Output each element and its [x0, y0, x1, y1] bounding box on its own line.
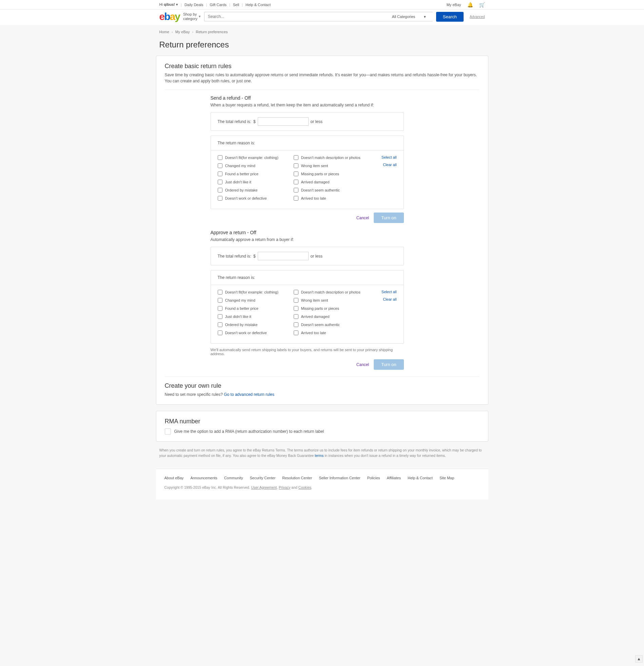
send-refund-section: Send a refund - Off When a buyer request…	[210, 95, 479, 223]
footer-link[interactable]: About eBay	[165, 476, 184, 480]
gift-cards-link[interactable]: Gift Cards	[209, 3, 226, 7]
approve-amount-input[interactable]	[258, 252, 309, 260]
approve-select-all[interactable]: Select all	[370, 290, 397, 294]
refund-reason-checkbox[interactable]	[218, 155, 222, 160]
ebay-logo[interactable]: ebay	[159, 11, 180, 22]
advanced-search-link[interactable]: Advanced	[470, 15, 485, 19]
or-less-label: or less	[311, 119, 322, 124]
refund-reason-checkbox[interactable]	[294, 155, 299, 160]
refund-cancel-button[interactable]: Cancel	[356, 215, 369, 220]
footer-link[interactable]: Help & Contact	[408, 476, 433, 480]
refund-reason-checkbox[interactable]	[294, 188, 299, 193]
refund-reason-checkbox[interactable]	[218, 188, 222, 193]
approve-turn-on-button[interactable]: Turn on	[374, 359, 404, 370]
sell-link[interactable]: Sell	[233, 3, 239, 7]
cart-icon[interactable]: 🛒	[479, 2, 485, 7]
approve-sub: Automatically approve a return from a bu…	[210, 237, 479, 242]
approve-reason-checkbox[interactable]	[294, 306, 299, 311]
refund-reason-checkbox[interactable]	[294, 163, 299, 168]
approve-reason-item: Wrong item sent	[294, 298, 363, 303]
refund-reason-checkbox[interactable]	[294, 180, 299, 185]
approve-reason-checkbox[interactable]	[218, 331, 222, 335]
refund-reason-header: The return reason is:	[210, 136, 404, 150]
footer-link[interactable]: Site Map	[440, 476, 454, 480]
approve-total-label: The total refund is:	[218, 254, 251, 259]
refund-reason-label: Just didn't like it	[225, 180, 251, 184]
refund-turn-on-button[interactable]: Turn on	[374, 212, 404, 223]
footer-link[interactable]: Resolution Center	[282, 476, 312, 480]
refund-reason-label: Changed my mind	[225, 164, 255, 168]
refund-reason-checkbox[interactable]	[294, 172, 299, 176]
approve-note: We'll automatically send return shipping…	[210, 348, 404, 356]
refund-reason-checkbox[interactable]	[218, 172, 222, 176]
page-title: Return preferences	[156, 40, 488, 50]
help-contact-link[interactable]: Help & Contact	[245, 3, 271, 7]
search-input[interactable]	[204, 12, 389, 21]
advanced-rules-link[interactable]: Go to advanced return rules	[224, 392, 274, 397]
send-refund-sub: When a buyer requests a refund, let them…	[210, 103, 479, 107]
approve-reason-label: Arrived too late	[301, 331, 326, 335]
refund-reason-item: Ordered by mistake	[218, 188, 287, 193]
user-agreement-link[interactable]: User Agreement	[251, 485, 277, 489]
bell-icon[interactable]: 🔔	[467, 2, 473, 7]
approve-reason-checkbox[interactable]	[218, 290, 222, 295]
approve-cancel-button[interactable]: Cancel	[356, 362, 369, 367]
approve-amount-box: The total refund is: $ or less	[210, 247, 404, 265]
footer-link[interactable]: Security Center	[250, 476, 276, 480]
approve-reason-checkbox[interactable]	[218, 322, 222, 327]
total-refund-label: The total refund is:	[218, 119, 251, 124]
refund-amount-input[interactable]	[258, 117, 309, 126]
send-refund-title: Send a refund - Off	[210, 95, 479, 101]
footer-link[interactable]: Affiliates	[387, 476, 401, 480]
refund-reason-item: Arrived too late	[294, 196, 363, 200]
refund-reason-item: Changed my mind	[218, 163, 287, 168]
footer-link[interactable]: Announcements	[190, 476, 217, 480]
breadcrumb-current: Return preferences	[196, 30, 227, 34]
refund-reason-label: Doesn't seem authentic	[301, 188, 340, 192]
terms-link[interactable]: terms	[315, 454, 323, 458]
basic-rules-desc: Save time by creating basic rules to aut…	[165, 72, 479, 84]
approve-reason-item: Missing parts or pieces	[294, 306, 363, 311]
refund-reason-checkbox[interactable]	[218, 163, 222, 168]
rma-checkbox[interactable]	[165, 428, 171, 435]
approve-reason-item: Arrived too late	[294, 331, 363, 335]
breadcrumb-home[interactable]: Home	[159, 30, 169, 34]
category-select[interactable]: All Categories▾	[389, 12, 433, 21]
refund-reason-checkbox[interactable]	[218, 180, 222, 185]
footer-link[interactable]: Seller Information Center	[319, 476, 360, 480]
refund-reason-checkbox[interactable]	[218, 196, 222, 200]
approve-reason-label: Ordered by mistake	[225, 323, 258, 327]
daily-deals-link[interactable]: Daily Deals	[185, 3, 203, 7]
refund-clear-all[interactable]: Clear all	[370, 163, 397, 167]
refund-reason-label: Arrived too late	[301, 196, 326, 200]
approve-reason-checkbox[interactable]	[294, 298, 299, 303]
approve-reason-checkbox[interactable]	[294, 290, 299, 295]
footer-link[interactable]: Policies	[367, 476, 380, 480]
refund-reason-checkbox[interactable]	[294, 196, 299, 200]
approve-reason-checkbox[interactable]	[218, 298, 222, 303]
footer-link[interactable]: Community	[224, 476, 243, 480]
approve-reason-item: Doesn't seem authentic	[294, 322, 363, 327]
approve-reason-checkbox[interactable]	[218, 314, 222, 319]
privacy-link[interactable]: Privacy	[279, 485, 290, 489]
approve-reason-checkbox[interactable]	[294, 322, 299, 327]
refund-reason-label: Doesn't fit(for example: clothing)	[225, 156, 278, 160]
shop-by-category[interactable]: Shop by category▾	[183, 12, 201, 21]
basic-rules-panel: Create basic return rules Save time by c…	[156, 56, 488, 405]
approve-reason-checkbox[interactable]	[218, 306, 222, 311]
top-right-nav: My eBay 🔔 🛒	[447, 2, 485, 7]
approve-reason-checkbox[interactable]	[294, 314, 299, 319]
search-button[interactable]: Search	[436, 12, 463, 22]
refund-reason-label: Found a better price	[225, 172, 258, 176]
approve-reason-label: Doesn't work or defective	[225, 331, 267, 335]
breadcrumb-myebay[interactable]: My eBay	[175, 30, 190, 34]
approve-clear-all[interactable]: Clear all	[370, 297, 397, 301]
approve-reason-checkbox[interactable]	[294, 331, 299, 335]
refund-select-all[interactable]: Select all	[370, 155, 397, 159]
refund-reason-item: Wrong item sent	[294, 163, 363, 168]
rma-title: RMA number	[165, 418, 479, 425]
my-ebay-link[interactable]: My eBay	[447, 3, 461, 7]
basic-rules-title: Create basic return rules	[165, 63, 479, 70]
cookies-link[interactable]: Cookies	[299, 485, 311, 489]
legal-text: When you create and turn on return rules…	[156, 448, 488, 459]
